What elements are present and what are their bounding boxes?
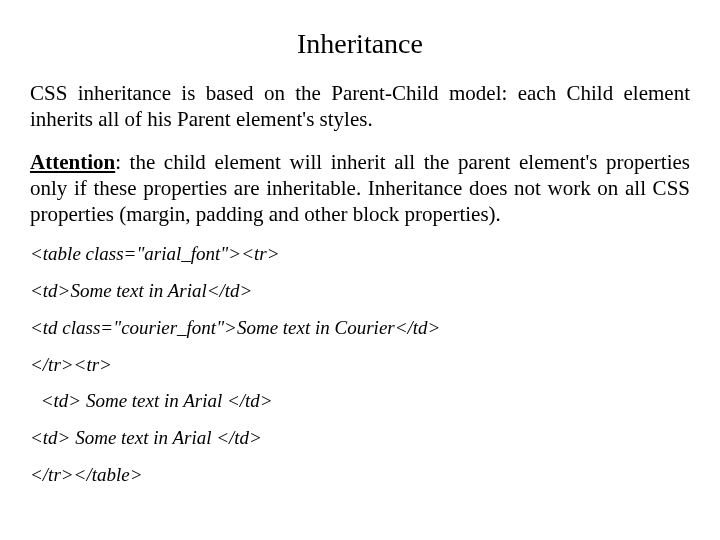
code-line-1: <table class="arial_font"><tr> xyxy=(30,243,690,266)
intro-paragraph: CSS inheritance is based on the Parent-C… xyxy=(30,80,690,133)
attention-text: : the child element will inherit all the… xyxy=(30,150,690,227)
code-line-4: </tr><tr> xyxy=(30,354,690,377)
code-line-3: <td class="courier_font">Some text in Co… xyxy=(30,317,690,340)
attention-paragraph: Attention: the child element will inheri… xyxy=(30,149,690,228)
code-line-2: <td>Some text in Arial</td> xyxy=(30,280,690,303)
attention-label: Attention xyxy=(30,150,115,174)
page-title: Inheritance xyxy=(30,28,690,60)
document-page: Inheritance CSS inheritance is based on … xyxy=(0,0,720,540)
code-line-7: </tr></table> xyxy=(30,464,690,487)
code-line-5: <td> Some text in Arial </td> xyxy=(30,390,690,413)
code-line-6: <td> Some text in Arial </td> xyxy=(30,427,690,450)
